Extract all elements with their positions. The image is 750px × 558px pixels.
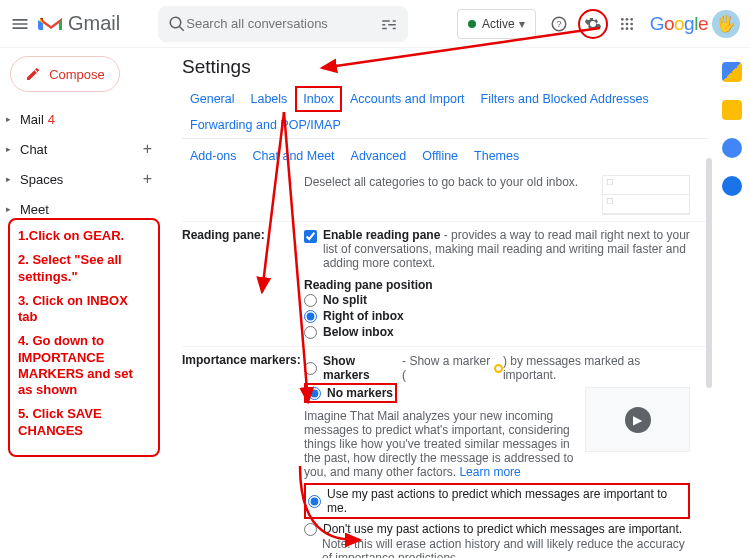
compose-button[interactable]: Compose <box>10 56 120 92</box>
svg-point-6 <box>625 22 628 25</box>
tune-icon[interactable] <box>380 15 398 33</box>
anno-step-4: 4. Go down to IMPORTANCE MARKERS and set… <box>18 333 150 398</box>
tab-themes[interactable]: Themes <box>466 143 527 169</box>
avatar[interactable]: 🖐️ <box>712 10 740 38</box>
tab-chatmeet[interactable]: Chat and Meet <box>245 143 343 169</box>
svg-point-3 <box>625 18 628 21</box>
section-importance: Importance markers: Show markers - Show … <box>182 346 708 558</box>
app-header: Gmail Active ▾ ? Google 🖐️ <box>0 0 750 48</box>
annotation-panel: 1.Click on GEAR. 2. Select "See all sett… <box>8 218 160 457</box>
rp-nosplit-radio[interactable] <box>304 294 317 307</box>
gmail-logo: Gmail <box>38 12 120 35</box>
dont-use-past-radio[interactable] <box>304 523 317 536</box>
rp-below-radio[interactable] <box>304 326 317 339</box>
no-markers-radio[interactable] <box>308 387 321 400</box>
section-reading-pane: Reading pane: Enable reading pane - prov… <box>182 221 708 346</box>
rp-opt-1: Right of inbox <box>323 309 404 323</box>
rp-position-label: Reading pane position <box>304 278 690 292</box>
tab-forwarding[interactable]: Forwarding and POP/IMAP <box>182 112 349 138</box>
nav-chat-label: Chat <box>20 142 47 157</box>
svg-point-8 <box>621 27 624 30</box>
anno-step-1: 1.Click on GEAR. <box>18 228 150 244</box>
svg-point-10 <box>630 27 633 30</box>
dont-use-label: Don't use my past actions to predict whi… <box>323 522 682 536</box>
plus-icon[interactable]: + <box>143 170 152 188</box>
search-icon <box>168 15 186 33</box>
tab-advanced[interactable]: Advanced <box>343 143 415 169</box>
enable-rp-bold: Enable reading pane <box>323 228 440 242</box>
enable-reading-pane-checkbox[interactable] <box>304 230 317 243</box>
svg-point-5 <box>621 22 624 25</box>
tab-filters[interactable]: Filters and Blocked Addresses <box>473 86 657 112</box>
svg-point-9 <box>625 27 628 30</box>
tab-inbox[interactable]: Inbox <box>295 86 342 112</box>
help-icon[interactable]: ? <box>544 9 574 39</box>
rp-opt-0: No split <box>323 293 367 307</box>
show-rest2: ) by messages marked as important. <box>503 354 690 382</box>
tab-accounts[interactable]: Accounts and Import <box>342 86 473 112</box>
settings-tabs: General Labels Inbox Accounts and Import… <box>182 86 708 139</box>
marker-dot-icon <box>494 364 503 373</box>
importance-label: Importance markers: <box>182 353 304 558</box>
anno-step-2: 2. Select "See all settings." <box>18 252 150 285</box>
hamburger-icon[interactable] <box>10 14 30 34</box>
svg-point-7 <box>630 22 633 25</box>
svg-text:?: ? <box>556 19 561 29</box>
rp-opt-2: Below inbox <box>323 325 394 339</box>
contacts-icon[interactable] <box>722 176 742 196</box>
nav-meet-label: Meet <box>20 202 49 217</box>
search-bar[interactable] <box>158 6 408 42</box>
settings-title: Settings <box>182 56 708 78</box>
settings-gear-icon[interactable] <box>578 9 608 39</box>
tab-addons[interactable]: Add-ons <box>182 143 245 169</box>
tasks-icon[interactable] <box>722 138 742 158</box>
show-markers-radio[interactable] <box>304 362 317 375</box>
plus-icon[interactable]: + <box>143 140 152 158</box>
status-dot-icon <box>468 20 476 28</box>
dont-use-note: Note: this will erase action history and… <box>304 537 690 558</box>
compose-label: Compose <box>49 67 105 82</box>
show-markers-bold: Show markers <box>323 354 402 382</box>
nav-spaces[interactable]: ▸Spaces+ <box>0 164 166 194</box>
importance-illustration[interactable]: ▶ <box>585 387 690 452</box>
categories-hint: Deselect all categories to go back to yo… <box>304 175 578 189</box>
nav-spaces-label: Spaces <box>20 172 63 187</box>
play-icon: ▶ <box>625 407 651 433</box>
nav-mail[interactable]: ▸Mail4 <box>0 104 166 134</box>
nav-mail-label: Mail <box>20 112 44 127</box>
svg-point-4 <box>630 18 633 21</box>
settings-content: Settings General Labels Inbox Accounts a… <box>166 48 714 558</box>
side-panel <box>714 48 750 558</box>
settings-tabs-row2: Add-ons Chat and Meet Advanced Offline T… <box>182 139 708 169</box>
anno-step-5: 5. Click SAVE CHANGES <box>18 406 150 439</box>
tab-general[interactable]: General <box>182 86 242 112</box>
no-markers-label: No markers <box>327 386 393 400</box>
tab-labels[interactable]: Labels <box>242 86 295 112</box>
status-text: Active <box>482 17 515 31</box>
anno-step-3: 3. Click on INBOX tab <box>18 293 150 326</box>
nav-mail-count: 4 <box>48 112 55 127</box>
category-preview-box: □□ <box>602 175 690 215</box>
use-past-label: Use my past actions to predict which mes… <box>327 487 686 515</box>
nav-chat[interactable]: ▸Chat+ <box>0 134 166 164</box>
apps-grid-icon[interactable] <box>612 9 642 39</box>
learn-more-link[interactable]: Learn more <box>459 465 520 479</box>
search-input[interactable] <box>186 16 380 31</box>
svg-point-2 <box>621 18 624 21</box>
section-categories-tail: □□ Deselect all categories to go back to… <box>182 169 708 221</box>
importance-desc: Imagine That Mail analyzes your new inco… <box>304 409 573 479</box>
keep-icon[interactable] <box>722 100 742 120</box>
pencil-icon <box>25 66 41 82</box>
rp-right-radio[interactable] <box>304 310 317 323</box>
calendar-icon[interactable] <box>722 62 742 82</box>
gmail-text: Gmail <box>68 12 120 35</box>
tab-offline[interactable]: Offline <box>414 143 466 169</box>
google-logo: Google <box>650 13 708 35</box>
show-rest: - Show a marker ( <box>402 354 494 382</box>
status-pill[interactable]: Active ▾ <box>457 9 536 39</box>
use-past-radio[interactable] <box>308 495 321 508</box>
reading-pane-label: Reading pane: <box>182 228 304 340</box>
